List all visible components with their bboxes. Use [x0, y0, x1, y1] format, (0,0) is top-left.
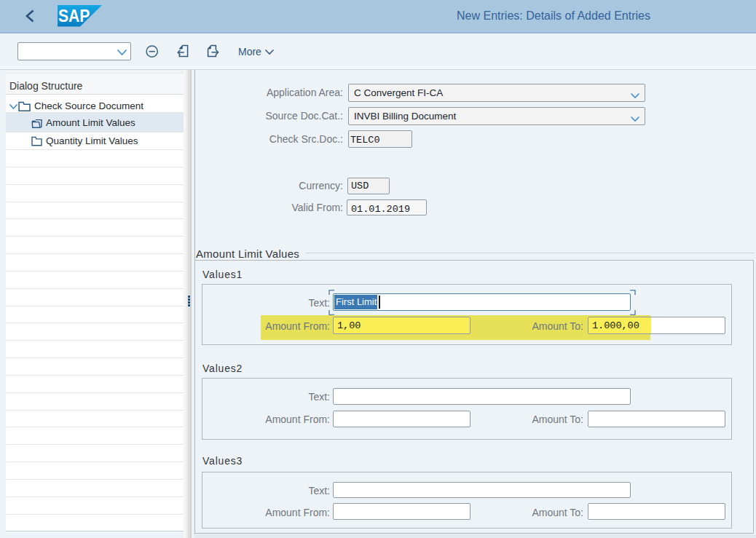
svg-text:SAP: SAP — [58, 7, 90, 25]
